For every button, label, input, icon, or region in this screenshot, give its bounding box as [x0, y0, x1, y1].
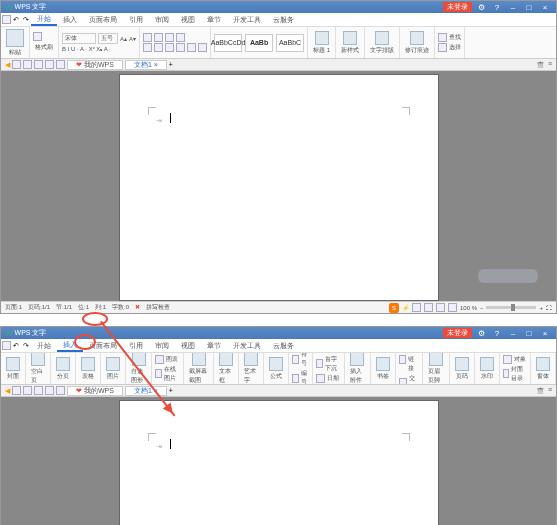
find-shortcut-icon[interactable]: 查	[537, 386, 544, 396]
status-chars[interactable]: 字数:0	[112, 303, 129, 312]
cross-ref-icon[interactable]	[399, 378, 407, 385]
zoom-pct[interactable]: 100 %	[460, 305, 477, 311]
doctab-mywps[interactable]: ❤ 我的WPS	[67, 386, 123, 396]
save-qat-icon[interactable]	[34, 60, 43, 69]
help-icon[interactable]: ⚙	[474, 2, 488, 12]
status-page-of[interactable]: 页码:1/1	[28, 303, 50, 312]
tab-page-layout[interactable]: 页面布局	[83, 339, 123, 352]
page-break-button[interactable]: 分页	[54, 356, 72, 382]
undo-icon[interactable]: ↶	[11, 341, 21, 351]
status-section[interactable]: 节:1/1	[56, 303, 72, 312]
status-pos[interactable]: 位:1	[78, 303, 89, 312]
open-icon[interactable]	[23, 386, 32, 395]
new-style-button[interactable]: 新样式	[339, 30, 361, 56]
grow-font-icon[interactable]: A▴	[120, 35, 127, 42]
shapes-button[interactable]: 自选图形	[129, 353, 148, 385]
doctab-doc1[interactable]: 文档1 ×	[125, 60, 167, 70]
tab-sections[interactable]: 章节	[201, 339, 227, 352]
tab-page-layout[interactable]: 页面布局	[83, 13, 123, 26]
doctab-doc1[interactable]: 文档1 ×	[125, 386, 167, 396]
help-icon[interactable]: ⚙	[474, 328, 488, 338]
shading-icon[interactable]	[198, 43, 207, 52]
question-icon[interactable]: ?	[490, 2, 504, 12]
format-painter-button[interactable]: 格式刷	[33, 42, 55, 53]
open-icon[interactable]	[23, 60, 32, 69]
dropcap-icon[interactable]	[316, 359, 323, 368]
menu-icon[interactable]: ≡	[548, 386, 552, 396]
status-spellcheck[interactable]: 拼写检查	[146, 303, 170, 312]
tab-cloud[interactable]: 云服务	[267, 13, 300, 26]
view-web-icon[interactable]	[436, 303, 445, 312]
editor-area[interactable]: ⇥	[1, 71, 556, 301]
status-col[interactable]: 列:1	[95, 303, 106, 312]
editor-area[interactable]: ⇥	[1, 397, 556, 525]
number-icon[interactable]	[292, 374, 299, 383]
redo-icon[interactable]: ↷	[21, 15, 31, 25]
tab-home[interactable]: 开始	[31, 13, 57, 26]
insert-picture-button[interactable]: 图片	[104, 356, 122, 382]
tab-developer[interactable]: 开发工具	[227, 339, 267, 352]
online-pic-icon[interactable]	[155, 369, 162, 378]
cover-page-button[interactable]: 封面	[4, 356, 22, 382]
bookmark-button[interactable]: 书签	[374, 356, 392, 382]
nav-back-icon[interactable]: ◀	[5, 61, 10, 69]
symbol-icon[interactable]	[292, 355, 299, 364]
save-icon[interactable]	[1, 15, 11, 25]
zoom-out-icon[interactable]: −	[480, 305, 484, 311]
font-style-row[interactable]: B I U · A · X² X₂ A ·	[62, 45, 136, 52]
equation-button[interactable]: 公式	[267, 356, 285, 382]
print-icon[interactable]	[45, 386, 54, 395]
find-icon[interactable]	[438, 33, 447, 42]
style-preview-heading1[interactable]: AaBb	[245, 34, 273, 52]
add-tab-button[interactable]: +	[169, 387, 173, 394]
question-icon[interactable]: ?	[490, 328, 504, 338]
blank-page-button[interactable]: 空白页	[29, 353, 47, 385]
menu-icon[interactable]: ≡	[548, 60, 552, 70]
maximize-button[interactable]: □	[522, 328, 536, 338]
line-spacing-icon[interactable]	[187, 43, 196, 52]
home-icon[interactable]	[12, 60, 21, 69]
preview-icon[interactable]	[56, 60, 65, 69]
track-changes-button[interactable]: 修订痕迹	[403, 30, 431, 56]
watermark-button[interactable]: 水印	[478, 356, 496, 382]
document-page[interactable]: ⇥	[119, 74, 439, 301]
print-icon[interactable]	[45, 60, 54, 69]
redo-icon[interactable]: ↷	[21, 341, 31, 351]
style-preview-normal[interactable]: AaBbCcDd	[214, 34, 242, 52]
form-button[interactable]: 窗体	[534, 356, 552, 382]
style-preview-heading2[interactable]: AaBbC	[276, 34, 304, 52]
tab-home[interactable]: 开始	[31, 339, 57, 352]
tab-references[interactable]: 引用	[123, 339, 149, 352]
number-list-icon[interactable]	[154, 33, 163, 42]
document-page[interactable]: ⇥	[119, 400, 439, 525]
view-read-icon[interactable]	[448, 303, 457, 312]
tab-review[interactable]: 审阅	[149, 13, 175, 26]
bullet-list-icon[interactable]	[143, 33, 152, 42]
minimize-button[interactable]: –	[506, 328, 520, 338]
indent-increase-icon[interactable]	[176, 33, 185, 42]
align-center-icon[interactable]	[154, 43, 163, 52]
tab-view[interactable]: 视图	[175, 339, 201, 352]
fullscreen-icon[interactable]: ⛶	[546, 305, 552, 311]
ime-icon[interactable]: ⚡	[402, 304, 409, 311]
align-justify-icon[interactable]	[176, 43, 185, 52]
paste-button[interactable]: 粘贴	[4, 28, 26, 58]
chart-icon[interactable]	[155, 355, 164, 364]
page-number-button[interactable]: 页码	[453, 356, 471, 382]
maximize-button[interactable]: □	[522, 2, 536, 12]
font-name-select[interactable]: 宋体	[62, 33, 96, 44]
find-shortcut-icon[interactable]: 查	[537, 60, 544, 70]
tab-references[interactable]: 引用	[123, 13, 149, 26]
doctab-mywps[interactable]: ❤ 我的WPS	[67, 60, 123, 70]
align-left-icon[interactable]	[143, 43, 152, 52]
user-badge[interactable]: 未登录	[443, 2, 472, 12]
wordart-button[interactable]: 艺术字	[242, 353, 260, 385]
sogou-ime-icon[interactable]: S	[389, 303, 399, 313]
tab-cloud[interactable]: 云服务	[267, 339, 300, 352]
user-badge[interactable]: 未登录	[443, 328, 472, 338]
tab-insert[interactable]: 插入	[57, 339, 83, 352]
indent-decrease-icon[interactable]	[165, 33, 174, 42]
tab-insert[interactable]: 插入	[57, 13, 83, 26]
home-icon[interactable]	[12, 386, 21, 395]
tab-view[interactable]: 视图	[175, 13, 201, 26]
